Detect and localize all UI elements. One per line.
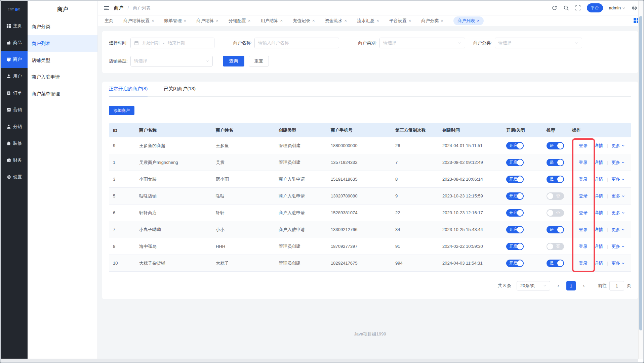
more-dropdown[interactable]: 更多 bbox=[611, 243, 625, 249]
open-status-toggle[interactable]: 开启 bbox=[506, 260, 524, 267]
open-tab-主页[interactable]: 主页 bbox=[105, 18, 113, 24]
more-dropdown[interactable]: 更多 bbox=[611, 176, 625, 182]
merchant-name-input[interactable]: 请输入商户名称 bbox=[254, 38, 339, 48]
open-tab-用户结算[interactable]: 用户结算× bbox=[260, 18, 283, 24]
sidebar-item-主页[interactable]: 主页 bbox=[1, 17, 28, 34]
login-link[interactable]: 登录 bbox=[579, 143, 588, 148]
recommend-toggle[interactable]: 否 bbox=[547, 243, 564, 250]
collapse-menu-icon[interactable] bbox=[104, 6, 109, 10]
next-page-button[interactable]: › bbox=[580, 283, 587, 288]
login-link[interactable]: 登录 bbox=[579, 177, 588, 182]
more-dropdown[interactable]: 更多 bbox=[611, 210, 625, 216]
more-dropdown[interactable]: 更多 bbox=[611, 160, 625, 166]
search-icon[interactable] bbox=[563, 5, 569, 11]
open-status-toggle[interactable]: 开启 bbox=[506, 192, 524, 200]
recommend-toggle[interactable]: 是 bbox=[547, 226, 564, 233]
close-tab-icon[interactable]: × bbox=[409, 18, 411, 23]
date-range-input[interactable]: 开始日期 - 结束日期 bbox=[130, 38, 214, 48]
sidebar-item-用户[interactable]: 用户 bbox=[1, 68, 28, 85]
close-tab-icon[interactable]: × bbox=[345, 18, 347, 23]
sidebar-item-设置[interactable]: 设置 bbox=[1, 169, 28, 185]
close-tab-icon[interactable]: × bbox=[280, 18, 283, 23]
recommend-toggle[interactable]: 否 bbox=[547, 209, 564, 217]
sidebar-item-订单[interactable]: 订单 bbox=[1, 85, 28, 101]
close-tab-icon[interactable]: × bbox=[312, 18, 315, 23]
detail-link[interactable]: 详情 bbox=[594, 260, 603, 266]
close-tab-icon[interactable]: × bbox=[441, 18, 443, 23]
add-merchant-button[interactable]: 添加商户 bbox=[109, 106, 134, 115]
submenu-item-商户分类[interactable]: 商户分类 bbox=[28, 18, 97, 35]
sidebar-item-商户[interactable]: 商户 bbox=[1, 51, 28, 68]
open-status-toggle[interactable]: 开启 bbox=[506, 159, 524, 166]
login-link[interactable]: 登录 bbox=[579, 193, 588, 198]
current-page-button[interactable]: 1 bbox=[566, 281, 576, 290]
login-link[interactable]: 登录 bbox=[579, 210, 588, 215]
login-link[interactable]: 登录 bbox=[579, 244, 588, 249]
open-tab-分销配置[interactable]: 分销配置× bbox=[229, 18, 251, 24]
open-tab-账单管理[interactable]: 账单管理× bbox=[164, 18, 187, 24]
open-tab-资金流水[interactable]: 资金流水× bbox=[325, 18, 347, 24]
open-tab-商户结算[interactable]: 商户结算× bbox=[196, 18, 218, 24]
tab-layout-grid-icon[interactable] bbox=[634, 18, 639, 23]
user-menu[interactable]: admin bbox=[609, 5, 626, 10]
reset-button[interactable]: 重置 bbox=[249, 56, 269, 66]
open-status-toggle[interactable]: 开启 bbox=[506, 243, 524, 250]
open-status-toggle[interactable]: 开启 bbox=[506, 142, 524, 149]
close-tab-icon[interactable]: × bbox=[152, 18, 154, 23]
open-status-toggle[interactable]: 开启 bbox=[506, 226, 524, 233]
merchant-class-select[interactable]: 请选择 bbox=[495, 38, 582, 48]
horizontal-scrollbar[interactable] bbox=[1, 359, 638, 362]
detail-link[interactable]: 详情 bbox=[594, 243, 603, 249]
sidebar-item-商品[interactable]: 商品 bbox=[1, 34, 28, 51]
table-tab-已关闭商户(13)[interactable]: 已关闭商户(13) bbox=[164, 86, 196, 96]
login-link[interactable]: 登录 bbox=[579, 261, 588, 266]
recommend-toggle[interactable]: 否 bbox=[547, 192, 564, 200]
detail-link[interactable]: 详情 bbox=[594, 160, 603, 166]
close-tab-icon[interactable]: × bbox=[248, 18, 251, 23]
open-tab-商户结算设置[interactable]: 商户结算设置× bbox=[123, 18, 154, 24]
submenu-item-商户列表[interactable]: 商户列表 bbox=[28, 35, 97, 52]
scrollbar-thumb[interactable] bbox=[639, 16, 642, 330]
detail-link[interactable]: 详情 bbox=[594, 193, 603, 199]
detail-link[interactable]: 详情 bbox=[594, 210, 603, 216]
login-link[interactable]: 登录 bbox=[579, 227, 588, 232]
open-tab-商户分类[interactable]: 商户分类× bbox=[421, 18, 443, 24]
refresh-icon[interactable] bbox=[552, 5, 557, 11]
sidebar-item-装修[interactable]: 装修 bbox=[1, 135, 28, 152]
more-dropdown[interactable]: 更多 bbox=[611, 193, 625, 199]
login-link[interactable]: 登录 bbox=[579, 160, 588, 165]
detail-link[interactable]: 详情 bbox=[594, 176, 603, 182]
table-tab-正常开启的商户(8)[interactable]: 正常开启的商户(8) bbox=[109, 86, 148, 96]
submenu-item-商户入驻申请[interactable]: 商户入驻申请 bbox=[28, 69, 97, 85]
sidebar-item-分销[interactable]: 分销 bbox=[1, 118, 28, 135]
recommend-toggle[interactable]: 是 bbox=[547, 176, 564, 183]
detail-link[interactable]: 详情 bbox=[594, 143, 603, 149]
open-status-toggle[interactable]: 开启 bbox=[506, 176, 524, 183]
submenu-item-商户菜单管理[interactable]: 商户菜单管理 bbox=[28, 85, 97, 102]
goto-page-input[interactable]: 1 bbox=[609, 281, 624, 290]
recommend-toggle[interactable]: 是 bbox=[547, 260, 564, 267]
submenu-item-店铺类型[interactable]: 店铺类型 bbox=[28, 52, 97, 69]
open-tab-平台设置[interactable]: 平台设置× bbox=[389, 18, 411, 24]
close-tab-icon[interactable]: × bbox=[477, 18, 480, 23]
page-size-select[interactable]: 20条/页 bbox=[517, 281, 550, 290]
close-tab-icon[interactable]: × bbox=[376, 18, 379, 23]
vertical-scrollbar[interactable] bbox=[638, 1, 643, 359]
recommend-toggle[interactable]: 是 bbox=[547, 142, 564, 149]
recommend-toggle[interactable]: 是 bbox=[547, 159, 564, 166]
prev-page-button[interactable]: ‹ bbox=[555, 283, 562, 288]
open-tab-充值记录[interactable]: 充值记录× bbox=[293, 18, 315, 24]
more-dropdown[interactable]: 更多 bbox=[611, 260, 625, 266]
search-button[interactable]: 查询 bbox=[223, 56, 244, 66]
fullscreen-icon[interactable] bbox=[575, 5, 581, 11]
breadcrumb-root[interactable]: 商户 bbox=[114, 5, 123, 10]
close-tab-icon[interactable]: × bbox=[184, 18, 187, 23]
merchant-category-select[interactable]: 请选择 bbox=[379, 38, 465, 48]
shop-type-select[interactable]: 请选择 bbox=[130, 56, 213, 66]
sidebar-item-营销[interactable]: 营销 bbox=[1, 101, 28, 118]
open-status-toggle[interactable]: 开启 bbox=[506, 209, 524, 217]
settings-gear-icon[interactable] bbox=[632, 5, 637, 11]
sidebar-item-财务[interactable]: 财务 bbox=[1, 152, 28, 169]
open-tab-商户列表[interactable]: 商户列表× bbox=[453, 16, 484, 25]
platform-badge[interactable]: 平台 bbox=[587, 3, 603, 12]
